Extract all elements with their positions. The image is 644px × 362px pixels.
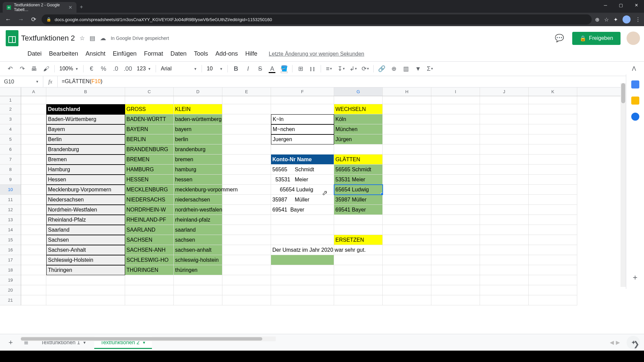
add-addon-icon[interactable]: + bbox=[633, 273, 637, 282]
window-minimize[interactable]: ─ bbox=[598, 0, 613, 10]
cell[interactable] bbox=[480, 175, 529, 185]
cell[interactable] bbox=[271, 285, 334, 295]
cell[interactable]: hamburg bbox=[174, 165, 222, 175]
cell[interactable] bbox=[21, 96, 46, 104]
cell[interactable] bbox=[21, 155, 46, 165]
cell[interactable] bbox=[21, 215, 46, 225]
menu-edit[interactable]: Bearbeiten bbox=[46, 49, 81, 59]
cell[interactable]: HAMBURG bbox=[125, 165, 174, 175]
cell[interactable] bbox=[480, 235, 529, 245]
cell[interactable]: 56565 Schmidt bbox=[334, 165, 383, 175]
col-header[interactable]: F bbox=[271, 87, 334, 96]
bookmark-icon[interactable]: ☆ bbox=[604, 16, 609, 23]
move-icon[interactable]: ▤ bbox=[90, 35, 95, 42]
cell[interactable] bbox=[222, 245, 271, 255]
bold-icon[interactable]: B bbox=[230, 64, 241, 74]
cell[interactable] bbox=[480, 134, 529, 144]
row-header[interactable]: 3 bbox=[0, 114, 21, 124]
fill-color-icon[interactable]: 🪣 bbox=[279, 64, 289, 74]
cell[interactable] bbox=[222, 155, 271, 165]
cell[interactable] bbox=[21, 175, 46, 185]
cell[interactable] bbox=[383, 165, 431, 175]
tasks-icon[interactable] bbox=[631, 113, 639, 121]
cell[interactable] bbox=[271, 265, 334, 275]
font-size-select[interactable]: 10▼ bbox=[205, 66, 225, 72]
cell[interactable] bbox=[21, 225, 46, 235]
cell[interactable]: K~ln bbox=[271, 114, 334, 124]
cell[interactable]: NIEDERSACHS bbox=[125, 195, 174, 205]
cell[interactable] bbox=[431, 134, 480, 144]
cell[interactable]: Bayern bbox=[46, 124, 125, 134]
cell[interactable] bbox=[125, 275, 174, 285]
cell[interactable] bbox=[529, 275, 577, 285]
cell[interactable] bbox=[383, 245, 431, 255]
cell[interactable] bbox=[271, 255, 334, 265]
cell[interactable] bbox=[174, 285, 222, 295]
filter-icon[interactable]: ▼ bbox=[413, 64, 423, 74]
nav-back-icon[interactable]: ← bbox=[3, 15, 13, 24]
cell[interactable]: 35987 Müller bbox=[334, 195, 383, 205]
cell[interactable] bbox=[480, 114, 529, 124]
cell[interactable] bbox=[529, 114, 577, 124]
cell[interactable] bbox=[271, 96, 334, 104]
cell[interactable]: NORDRHEIN-W bbox=[125, 205, 174, 215]
cell[interactable] bbox=[271, 275, 334, 285]
cell[interactable] bbox=[529, 255, 577, 265]
cell[interactable] bbox=[174, 275, 222, 285]
cell[interactable]: 56565 Schmidt bbox=[271, 165, 334, 175]
row-header[interactable]: 5 bbox=[0, 134, 21, 144]
cell[interactable] bbox=[480, 275, 529, 285]
comments-button[interactable]: 💬 bbox=[553, 32, 566, 45]
cell[interactable] bbox=[222, 195, 271, 205]
cell[interactable]: 53531 Meier bbox=[271, 175, 334, 185]
row-header[interactable]: 16 bbox=[0, 245, 21, 255]
row-header[interactable]: 17 bbox=[0, 255, 21, 265]
cell[interactable]: Thüringen bbox=[46, 265, 125, 275]
decimal-inc-icon[interactable]: .00 bbox=[122, 64, 133, 74]
cell[interactable]: Niedersachsen bbox=[46, 195, 125, 205]
new-tab-button[interactable]: + bbox=[76, 1, 86, 13]
cell[interactable] bbox=[46, 295, 125, 305]
cell[interactable] bbox=[480, 104, 529, 114]
cell[interactable]: BADEN-WÜRTT bbox=[125, 114, 174, 124]
cell[interactable] bbox=[529, 215, 577, 225]
cell[interactable] bbox=[431, 114, 480, 124]
cell[interactable] bbox=[334, 96, 383, 104]
cell[interactable] bbox=[271, 215, 334, 225]
cell[interactable]: Mecklenburg-Vorpommern bbox=[46, 185, 125, 195]
cell[interactable] bbox=[383, 185, 431, 195]
cell[interactable] bbox=[529, 175, 577, 185]
cell[interactable] bbox=[222, 134, 271, 144]
cell[interactable] bbox=[529, 225, 577, 235]
cell[interactable] bbox=[334, 225, 383, 235]
cell[interactable] bbox=[529, 165, 577, 175]
cell[interactable] bbox=[480, 96, 529, 104]
cell[interactable]: 53531 Meier bbox=[334, 175, 383, 185]
cell[interactable]: Rheinland-Pfalz bbox=[46, 215, 125, 225]
cell[interactable] bbox=[222, 235, 271, 245]
address-bar[interactable]: 🔒 docs.google.com/spreadsheets/d/1rn3osC… bbox=[42, 14, 592, 24]
menu-data[interactable]: Daten bbox=[168, 49, 189, 59]
cell[interactable]: MECKLENBURG bbox=[125, 185, 174, 195]
cell[interactable]: Hessen bbox=[46, 175, 125, 185]
row-header[interactable]: 20 bbox=[0, 285, 21, 295]
cell[interactable] bbox=[383, 104, 431, 114]
cell[interactable]: SACHSEN-ANH bbox=[125, 245, 174, 255]
cell[interactable]: München bbox=[334, 124, 383, 134]
cell[interactable] bbox=[431, 275, 480, 285]
cell[interactable]: schleswig-holstein bbox=[174, 255, 222, 265]
cell[interactable] bbox=[480, 185, 529, 195]
undo-icon[interactable]: ↶ bbox=[5, 64, 15, 74]
cell[interactable] bbox=[383, 144, 431, 155]
percent-icon[interactable]: % bbox=[98, 64, 109, 74]
number-format-select[interactable]: 123▼ bbox=[135, 66, 153, 72]
cell[interactable] bbox=[125, 285, 174, 295]
cell[interactable] bbox=[480, 165, 529, 175]
row-header[interactable]: 19 bbox=[0, 275, 21, 285]
cell[interactable]: mecklenburg-vorpommern bbox=[174, 185, 222, 195]
share-button[interactable]: 🔒 Freigeben bbox=[572, 32, 621, 45]
text-color-icon[interactable]: A bbox=[267, 64, 277, 74]
cell[interactable]: Juergen bbox=[271, 134, 334, 144]
font-select[interactable]: Arial▼ bbox=[159, 66, 199, 72]
cell[interactable] bbox=[529, 104, 577, 114]
